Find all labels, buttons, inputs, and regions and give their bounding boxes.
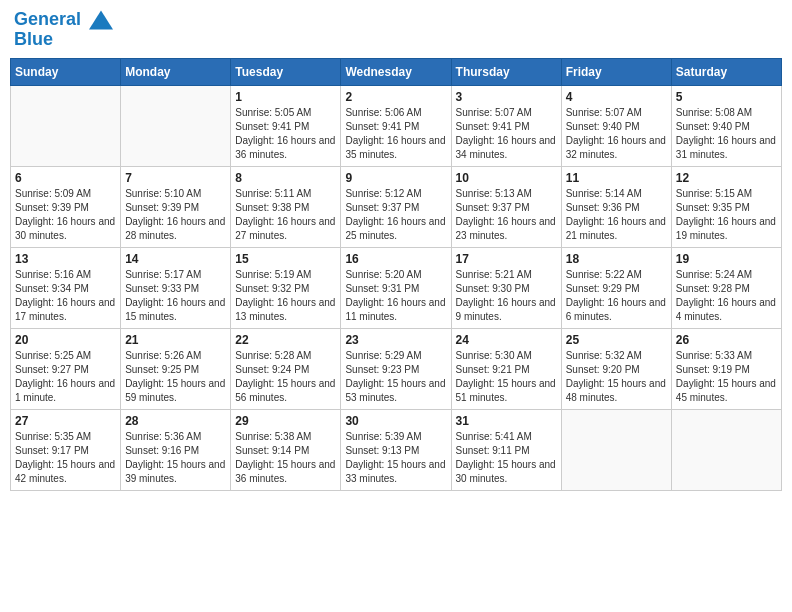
day-detail: Sunrise: 5:36 AM Sunset: 9:16 PM Dayligh… <box>125 430 226 486</box>
weekday-header: Saturday <box>671 59 781 86</box>
calendar-cell: 6Sunrise: 5:09 AM Sunset: 9:39 PM Daylig… <box>11 167 121 248</box>
calendar-cell: 7Sunrise: 5:10 AM Sunset: 9:39 PM Daylig… <box>121 167 231 248</box>
calendar-cell: 28Sunrise: 5:36 AM Sunset: 9:16 PM Dayli… <box>121 410 231 491</box>
calendar-cell: 16Sunrise: 5:20 AM Sunset: 9:31 PM Dayli… <box>341 248 451 329</box>
calendar-cell: 30Sunrise: 5:39 AM Sunset: 9:13 PM Dayli… <box>341 410 451 491</box>
svg-marker-0 <box>89 11 113 30</box>
day-number: 13 <box>15 252 116 266</box>
day-number: 23 <box>345 333 446 347</box>
calendar-cell: 29Sunrise: 5:38 AM Sunset: 9:14 PM Dayli… <box>231 410 341 491</box>
day-number: 26 <box>676 333 777 347</box>
weekday-header: Tuesday <box>231 59 341 86</box>
day-number: 28 <box>125 414 226 428</box>
day-detail: Sunrise: 5:39 AM Sunset: 9:13 PM Dayligh… <box>345 430 446 486</box>
day-number: 22 <box>235 333 336 347</box>
calendar-cell: 12Sunrise: 5:15 AM Sunset: 9:35 PM Dayli… <box>671 167 781 248</box>
day-detail: Sunrise: 5:29 AM Sunset: 9:23 PM Dayligh… <box>345 349 446 405</box>
day-detail: Sunrise: 5:30 AM Sunset: 9:21 PM Dayligh… <box>456 349 557 405</box>
calendar-table: SundayMondayTuesdayWednesdayThursdayFrid… <box>10 58 782 491</box>
day-number: 5 <box>676 90 777 104</box>
day-number: 19 <box>676 252 777 266</box>
calendar-cell: 14Sunrise: 5:17 AM Sunset: 9:33 PM Dayli… <box>121 248 231 329</box>
calendar-cell <box>561 410 671 491</box>
day-number: 20 <box>15 333 116 347</box>
day-detail: Sunrise: 5:07 AM Sunset: 9:41 PM Dayligh… <box>456 106 557 162</box>
calendar-cell: 24Sunrise: 5:30 AM Sunset: 9:21 PM Dayli… <box>451 329 561 410</box>
day-number: 1 <box>235 90 336 104</box>
day-number: 18 <box>566 252 667 266</box>
day-number: 24 <box>456 333 557 347</box>
day-number: 27 <box>15 414 116 428</box>
calendar-cell: 27Sunrise: 5:35 AM Sunset: 9:17 PM Dayli… <box>11 410 121 491</box>
weekday-header: Thursday <box>451 59 561 86</box>
calendar-cell: 10Sunrise: 5:13 AM Sunset: 9:37 PM Dayli… <box>451 167 561 248</box>
day-number: 16 <box>345 252 446 266</box>
day-detail: Sunrise: 5:32 AM Sunset: 9:20 PM Dayligh… <box>566 349 667 405</box>
calendar-cell: 5Sunrise: 5:08 AM Sunset: 9:40 PM Daylig… <box>671 86 781 167</box>
day-number: 10 <box>456 171 557 185</box>
day-number: 6 <box>15 171 116 185</box>
calendar-cell: 15Sunrise: 5:19 AM Sunset: 9:32 PM Dayli… <box>231 248 341 329</box>
day-number: 12 <box>676 171 777 185</box>
calendar-cell: 31Sunrise: 5:41 AM Sunset: 9:11 PM Dayli… <box>451 410 561 491</box>
day-detail: Sunrise: 5:06 AM Sunset: 9:41 PM Dayligh… <box>345 106 446 162</box>
day-detail: Sunrise: 5:09 AM Sunset: 9:39 PM Dayligh… <box>15 187 116 243</box>
day-detail: Sunrise: 5:16 AM Sunset: 9:34 PM Dayligh… <box>15 268 116 324</box>
day-detail: Sunrise: 5:26 AM Sunset: 9:25 PM Dayligh… <box>125 349 226 405</box>
calendar-cell: 13Sunrise: 5:16 AM Sunset: 9:34 PM Dayli… <box>11 248 121 329</box>
day-number: 3 <box>456 90 557 104</box>
calendar-cell: 2Sunrise: 5:06 AM Sunset: 9:41 PM Daylig… <box>341 86 451 167</box>
day-number: 15 <box>235 252 336 266</box>
day-detail: Sunrise: 5:22 AM Sunset: 9:29 PM Dayligh… <box>566 268 667 324</box>
day-number: 21 <box>125 333 226 347</box>
day-detail: Sunrise: 5:41 AM Sunset: 9:11 PM Dayligh… <box>456 430 557 486</box>
day-detail: Sunrise: 5:08 AM Sunset: 9:40 PM Dayligh… <box>676 106 777 162</box>
day-number: 14 <box>125 252 226 266</box>
calendar-cell: 8Sunrise: 5:11 AM Sunset: 9:38 PM Daylig… <box>231 167 341 248</box>
day-detail: Sunrise: 5:35 AM Sunset: 9:17 PM Dayligh… <box>15 430 116 486</box>
weekday-header: Monday <box>121 59 231 86</box>
day-detail: Sunrise: 5:15 AM Sunset: 9:35 PM Dayligh… <box>676 187 777 243</box>
day-detail: Sunrise: 5:19 AM Sunset: 9:32 PM Dayligh… <box>235 268 336 324</box>
weekday-header: Sunday <box>11 59 121 86</box>
weekday-header: Friday <box>561 59 671 86</box>
weekday-header: Wednesday <box>341 59 451 86</box>
day-number: 17 <box>456 252 557 266</box>
calendar-cell: 21Sunrise: 5:26 AM Sunset: 9:25 PM Dayli… <box>121 329 231 410</box>
day-detail: Sunrise: 5:38 AM Sunset: 9:14 PM Dayligh… <box>235 430 336 486</box>
day-detail: Sunrise: 5:33 AM Sunset: 9:19 PM Dayligh… <box>676 349 777 405</box>
calendar-cell <box>121 86 231 167</box>
calendar-cell: 23Sunrise: 5:29 AM Sunset: 9:23 PM Dayli… <box>341 329 451 410</box>
day-detail: Sunrise: 5:12 AM Sunset: 9:37 PM Dayligh… <box>345 187 446 243</box>
calendar-cell: 20Sunrise: 5:25 AM Sunset: 9:27 PM Dayli… <box>11 329 121 410</box>
day-detail: Sunrise: 5:24 AM Sunset: 9:28 PM Dayligh… <box>676 268 777 324</box>
day-detail: Sunrise: 5:10 AM Sunset: 9:39 PM Dayligh… <box>125 187 226 243</box>
day-number: 8 <box>235 171 336 185</box>
day-number: 7 <box>125 171 226 185</box>
logo-subtext: Blue <box>14 30 113 50</box>
calendar-cell: 1Sunrise: 5:05 AM Sunset: 9:41 PM Daylig… <box>231 86 341 167</box>
calendar-cell: 19Sunrise: 5:24 AM Sunset: 9:28 PM Dayli… <box>671 248 781 329</box>
day-detail: Sunrise: 5:17 AM Sunset: 9:33 PM Dayligh… <box>125 268 226 324</box>
day-number: 11 <box>566 171 667 185</box>
calendar-cell: 26Sunrise: 5:33 AM Sunset: 9:19 PM Dayli… <box>671 329 781 410</box>
calendar-cell: 22Sunrise: 5:28 AM Sunset: 9:24 PM Dayli… <box>231 329 341 410</box>
page-header: General Blue <box>10 10 782 50</box>
day-number: 30 <box>345 414 446 428</box>
day-number: 9 <box>345 171 446 185</box>
day-detail: Sunrise: 5:07 AM Sunset: 9:40 PM Dayligh… <box>566 106 667 162</box>
logo-text: General <box>14 10 113 30</box>
calendar-cell: 25Sunrise: 5:32 AM Sunset: 9:20 PM Dayli… <box>561 329 671 410</box>
day-number: 4 <box>566 90 667 104</box>
day-detail: Sunrise: 5:20 AM Sunset: 9:31 PM Dayligh… <box>345 268 446 324</box>
day-number: 2 <box>345 90 446 104</box>
day-detail: Sunrise: 5:11 AM Sunset: 9:38 PM Dayligh… <box>235 187 336 243</box>
calendar-cell: 11Sunrise: 5:14 AM Sunset: 9:36 PM Dayli… <box>561 167 671 248</box>
day-detail: Sunrise: 5:28 AM Sunset: 9:24 PM Dayligh… <box>235 349 336 405</box>
day-detail: Sunrise: 5:05 AM Sunset: 9:41 PM Dayligh… <box>235 106 336 162</box>
calendar-cell: 4Sunrise: 5:07 AM Sunset: 9:40 PM Daylig… <box>561 86 671 167</box>
day-number: 29 <box>235 414 336 428</box>
day-number: 31 <box>456 414 557 428</box>
calendar-cell: 17Sunrise: 5:21 AM Sunset: 9:30 PM Dayli… <box>451 248 561 329</box>
calendar-cell: 3Sunrise: 5:07 AM Sunset: 9:41 PM Daylig… <box>451 86 561 167</box>
